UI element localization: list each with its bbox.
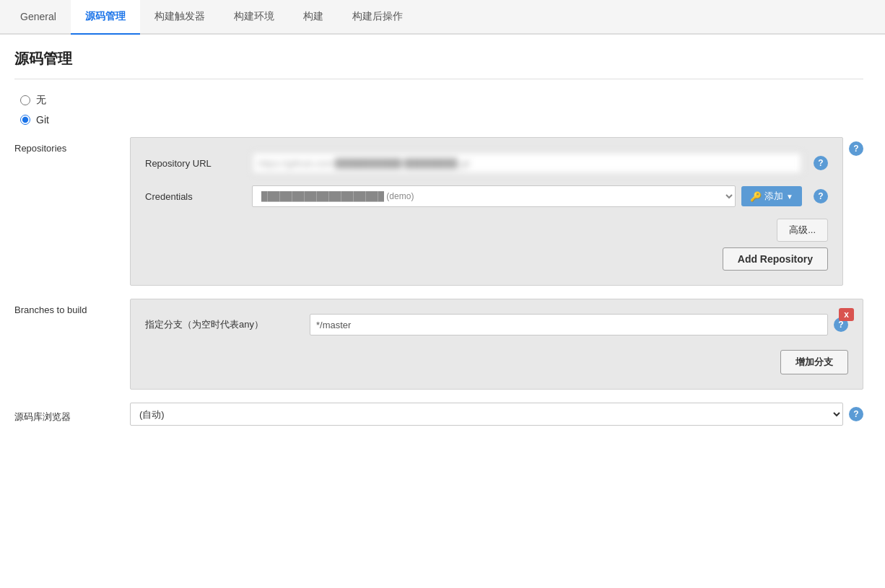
branch-actions: 增加分支 bbox=[145, 347, 848, 374]
repo-url-row: Repository URL ? bbox=[145, 152, 828, 174]
add-repository-button[interactable]: Add Repository bbox=[723, 247, 828, 271]
key-icon: 🔑 bbox=[750, 191, 762, 202]
help-icon-symbol-2: ? bbox=[818, 191, 823, 201]
help-icon-symbol-5: ? bbox=[853, 409, 858, 419]
tab-env[interactable]: 构建环境 bbox=[219, 0, 289, 35]
credentials-row: Credentials ████████████████████ (demo) … bbox=[145, 185, 828, 207]
radio-none-input[interactable] bbox=[20, 95, 30, 105]
scm-radio-group: 无 Git bbox=[14, 94, 863, 126]
tab-source[interactable]: 源码管理 bbox=[71, 0, 140, 35]
tab-build[interactable]: 构建 bbox=[289, 0, 338, 35]
repo-url-input[interactable] bbox=[252, 152, 802, 174]
tabs-bar: General 源码管理 构建触发器 构建环境 构建 构建后操作 bbox=[0, 0, 885, 35]
help-icon-symbol-3: ? bbox=[853, 144, 858, 154]
branch-form-row: 指定分支（为空时代表any） ? bbox=[145, 314, 848, 335]
credentials-label: Credentials bbox=[145, 191, 246, 202]
panel-actions: 高级... Add Repository bbox=[145, 219, 828, 271]
repositories-section-help-icon[interactable]: ? bbox=[849, 141, 863, 156]
radio-git-input[interactable] bbox=[20, 115, 30, 125]
add-credentials-button[interactable]: 🔑 添加 ▼ bbox=[741, 186, 802, 206]
radio-git[interactable]: Git bbox=[20, 114, 863, 126]
add-btn-label: 添加 bbox=[764, 190, 783, 203]
radio-none[interactable]: 无 bbox=[20, 94, 863, 107]
branches-panel: x 指定分支（为空时代表any） ? 增加分支 bbox=[130, 299, 863, 390]
help-icon-symbol: ? bbox=[818, 158, 823, 168]
source-browser-label: 源码库浏览器 bbox=[14, 405, 130, 424]
repo-url-help-icon[interactable]: ? bbox=[814, 156, 828, 170]
tab-post[interactable]: 构建后操作 bbox=[338, 0, 417, 35]
tab-general[interactable]: General bbox=[6, 0, 71, 35]
add-btn-arrow-icon: ▼ bbox=[786, 193, 793, 201]
page-title: 源码管理 bbox=[14, 49, 863, 79]
add-branch-button[interactable]: 增加分支 bbox=[780, 350, 848, 374]
branches-section: Branches to build x 指定分支（为空时代表any） ? 增加分… bbox=[14, 299, 863, 390]
repositories-section: Repositories Repository URL ? Credential… bbox=[14, 137, 863, 286]
repositories-panel: Repository URL ? Credentials ███████████… bbox=[130, 137, 843, 286]
branches-label: Branches to build bbox=[14, 299, 130, 315]
advanced-button[interactable]: 高级... bbox=[777, 219, 828, 242]
main-content: 源码管理 无 Git Repositories Repository URL ? bbox=[0, 35, 885, 588]
radio-git-label: Git bbox=[36, 114, 49, 126]
source-browser-select[interactable]: (自动) bbox=[130, 403, 843, 426]
tab-triggers[interactable]: 构建触发器 bbox=[140, 0, 219, 35]
help-icon-symbol-4: ? bbox=[838, 320, 843, 330]
radio-none-label: 无 bbox=[36, 94, 46, 107]
source-browser-row: (自动) bbox=[130, 403, 843, 426]
branch-specifier-label: 指定分支（为空时代表any） bbox=[145, 318, 304, 331]
delete-branch-badge[interactable]: x bbox=[839, 308, 854, 321]
branch-specifier-input[interactable] bbox=[310, 314, 828, 335]
source-browser-help-icon[interactable]: ? bbox=[849, 407, 863, 421]
source-browser-section: 源码库浏览器 (自动) ? bbox=[14, 403, 863, 426]
credentials-help-icon[interactable]: ? bbox=[814, 189, 828, 203]
repo-url-label: Repository URL bbox=[145, 158, 246, 169]
repositories-label: Repositories bbox=[14, 137, 130, 154]
credentials-select[interactable]: ████████████████████ (demo) bbox=[252, 185, 736, 207]
